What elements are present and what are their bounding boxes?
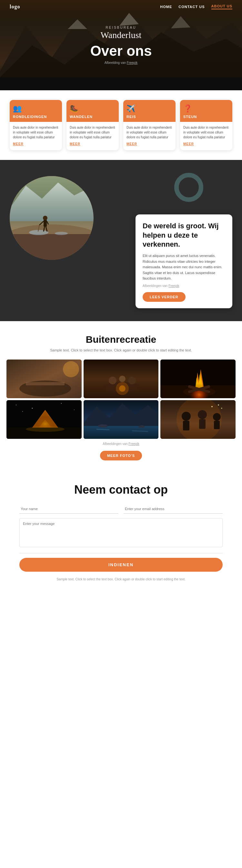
rondleidingen-icon: 👥 <box>13 104 22 113</box>
card-link-2[interactable]: MEER <box>66 142 119 146</box>
card-wandelen: 🥾 WANDELEN Duis aute dolor in reprehende… <box>66 100 119 150</box>
card-link-4[interactable]: MEER <box>180 142 232 146</box>
svg-rect-66 <box>199 419 206 429</box>
dark-card-text: Elit ut aliquam purus sit amet luctus ve… <box>143 253 225 281</box>
meer-fotos-button[interactable]: MEER FOTO'S <box>100 451 142 460</box>
nav-links: HOME CONTACT US ABOUT US <box>160 4 232 9</box>
contact-name-input[interactable] <box>19 504 118 514</box>
nav-contact[interactable]: CONTACT US <box>178 5 205 9</box>
photo-group <box>160 400 236 439</box>
svg-point-67 <box>213 413 221 421</box>
photo-grid-row1 <box>6 360 236 398</box>
nav-about[interactable]: ABOUT US <box>211 4 232 9</box>
card-link-1[interactable]: MEER <box>10 142 62 146</box>
card-rondleidingen: 👥 RONDLEIDINGEN Duis aute dolor in repre… <box>10 100 62 150</box>
card-header-3: ✈️ REIS <box>123 100 176 122</box>
card-title-1: RONDLEIDINGEN <box>13 115 47 119</box>
svg-point-45 <box>32 408 33 408</box>
nav-home[interactable]: HOME <box>160 5 172 9</box>
circle-image <box>10 176 94 260</box>
card-text-2: Duis aute dolor in reprehenderit in volu… <box>70 125 116 140</box>
steun-icon: ❓ <box>183 104 192 113</box>
card-reis: ✈️ REIS Duis aute dolor in reprehenderit… <box>123 100 176 150</box>
contact-submit-button[interactable]: INDIENEN <box>19 558 223 572</box>
photo-grid-row2 <box>6 400 236 439</box>
navbar: logo HOME CONTACT US ABOUT US <box>0 0 242 13</box>
svg-point-46 <box>61 403 62 404</box>
dark-section: De wereld is groot. Wij helpen u deze te… <box>0 160 242 321</box>
svg-point-53 <box>26 427 64 432</box>
card-text-3: Duis aute dolor in reprehenderit in volu… <box>126 125 172 140</box>
card-text-4: Duis aute dolor in reprehenderit in volu… <box>183 125 229 140</box>
svg-point-60 <box>139 425 145 428</box>
card-body-2: Duis aute dolor in reprehenderit in volu… <box>66 122 119 140</box>
card-title-4: STEUN <box>183 115 197 119</box>
contact-email-input[interactable] <box>124 504 223 514</box>
svg-point-29 <box>109 377 117 384</box>
outdoor-credit: Afbeeldingen van Freepik <box>6 442 236 445</box>
hero-script: Wanderlust <box>90 30 152 40</box>
svg-point-24 <box>63 361 79 377</box>
hero-title: Over ons <box>90 43 152 59</box>
dark-card-title: De wereld is groot. Wij helpen u deze te… <box>143 221 225 249</box>
svg-rect-16 <box>43 220 47 227</box>
card-title-3: REIS <box>126 115 136 119</box>
hero-subtitle: REISBUREAU <box>90 26 152 29</box>
svg-point-71 <box>221 408 222 408</box>
photo-camp2 <box>84 360 159 398</box>
card-body-3: Duis aute dolor in reprehenderit in volu… <box>123 122 176 140</box>
wandelen-icon: 🥾 <box>70 104 79 113</box>
contact-title: Neem contact op <box>19 483 223 497</box>
contact-row-1 <box>19 504 223 514</box>
contact-bottom-text: Sample text. Click to select the text bo… <box>57 577 185 582</box>
svg-point-33 <box>119 385 125 392</box>
card-header-1: 👥 RONDLEIDINGEN <box>10 100 62 122</box>
card-title-2: WANDELEN <box>70 115 93 119</box>
outdoor-subtitle: Sample text. Click to select the text bo… <box>40 348 202 353</box>
photo-tent1 <box>6 400 82 439</box>
svg-rect-68 <box>214 421 220 429</box>
svg-point-47 <box>74 409 74 410</box>
dark-card-credit: Afbeeldingen van Freepik <box>143 284 225 288</box>
svg-rect-13 <box>10 234 94 260</box>
photo-fire1 <box>160 360 236 398</box>
card-link-3[interactable]: MEER <box>123 142 176 146</box>
svg-point-63 <box>182 412 191 421</box>
lees-verder-button[interactable]: LEES VERDER <box>143 292 185 302</box>
svg-point-65 <box>198 410 207 419</box>
svg-point-15 <box>55 232 68 235</box>
contact-section: Neem contact op INDIENEN Sample text. Cl… <box>0 470 242 595</box>
card-body-1: Duis aute dolor in reprehenderit in volu… <box>10 122 62 140</box>
hero-content: REISBUREAU Wanderlust Over ons Afbeeldin… <box>90 26 152 64</box>
card-text-1: Duis aute dolor in reprehenderit in volu… <box>13 125 59 140</box>
card-header-4: ❓ STEUN <box>180 100 232 122</box>
svg-rect-56 <box>84 426 159 439</box>
photo-river <box>84 400 159 439</box>
svg-point-14 <box>29 230 49 235</box>
photo-camp1 <box>6 360 82 398</box>
svg-point-48 <box>22 411 23 412</box>
svg-point-31 <box>119 376 125 382</box>
contact-message-textarea[interactable] <box>19 518 223 547</box>
card-body-4: Duis aute dolor in reprehenderit in volu… <box>180 122 232 140</box>
hero-section: REISBUREAU Wanderlust Over ons Afbeeldin… <box>0 0 242 90</box>
svg-point-69 <box>211 406 213 407</box>
card-steun: ❓ STEUN Duis aute dolor in reprehenderit… <box>180 100 232 150</box>
svg-point-30 <box>128 377 136 384</box>
cards-section: 👥 RONDLEIDINGEN Duis aute dolor in repre… <box>0 90 242 160</box>
circle-image-inner <box>10 176 94 260</box>
svg-point-70 <box>218 404 219 406</box>
svg-point-17 <box>43 216 48 220</box>
outdoor-title: Buitenrecreatie <box>6 334 236 345</box>
outdoor-section: Buitenrecreatie Sample text. Click to se… <box>0 321 242 470</box>
hero-credit: Afbeelding van Freepik <box>90 61 152 64</box>
logo[interactable]: logo <box>10 4 20 10</box>
svg-rect-26 <box>26 382 64 385</box>
svg-point-59 <box>98 424 108 428</box>
svg-point-44 <box>16 405 17 405</box>
decor-circle-outline <box>174 173 203 202</box>
reis-icon: ✈️ <box>126 104 135 113</box>
contact-divider <box>19 553 223 553</box>
dark-info-card: De wereld is groot. Wij helpen u deze te… <box>135 214 232 308</box>
svg-rect-64 <box>183 421 189 430</box>
